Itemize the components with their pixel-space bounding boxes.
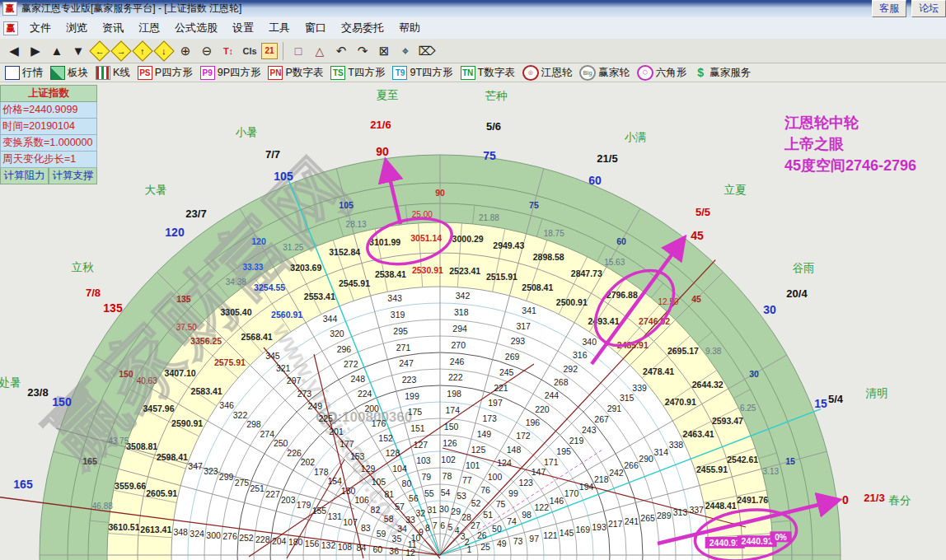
box-x-icon[interactable]: ⊠	[374, 41, 394, 61]
svg-text:27: 27	[471, 520, 480, 530]
toolbar-item-9p-square[interactable]: P99P四方形	[200, 66, 261, 80]
svg-text:121: 121	[543, 530, 558, 540]
svg-text:35: 35	[392, 534, 402, 544]
views-toolbar: 行情板块K线PSP四方形P99P四方形PNP数字表TST四方形T99T四方形TN…	[0, 63, 946, 82]
svg-text:321: 321	[276, 363, 291, 373]
svg-text:2542.61: 2542.61	[727, 455, 758, 464]
nav-down-icon[interactable]: ▼	[68, 41, 88, 61]
toolbar-item-kline[interactable]: K线	[96, 66, 130, 80]
svg-text:2500.91: 2500.91	[556, 297, 588, 307]
cls-icon[interactable]: Cls	[240, 41, 260, 61]
svg-text:243: 243	[582, 425, 597, 435]
svg-text:2440.91: 2440.91	[742, 536, 773, 546]
diamond-left-icon[interactable]: ←	[90, 41, 110, 61]
svg-text:23/8: 23/8	[27, 386, 48, 399]
rotate-cw-icon[interactable]: ↷	[353, 41, 372, 61]
titlebar-button-service[interactable]: 客服	[872, 0, 906, 17]
rotate-ccw-icon[interactable]: ↶	[331, 41, 351, 61]
toolbar-item-9t-square[interactable]: T99T四方形	[392, 66, 452, 80]
calc-support-button[interactable]: 计算支撑	[49, 168, 97, 184]
toolbar-item-quotes[interactable]: 行情	[5, 66, 43, 80]
9p-square-icon: P9	[200, 66, 215, 80]
zoom-in-icon[interactable]: ⊕	[176, 41, 195, 61]
toolbar-item-sectors[interactable]: 板块	[50, 66, 88, 80]
svg-text:221: 221	[494, 383, 508, 393]
svg-text:154: 154	[327, 476, 342, 486]
diamond-down-icon[interactable]: ↓	[154, 41, 174, 61]
svg-text:清明: 清明	[866, 387, 888, 399]
svg-text:299: 299	[219, 472, 234, 482]
svg-text:99: 99	[508, 488, 518, 498]
svg-text:31.25: 31.25	[283, 243, 303, 252]
svg-text:50: 50	[492, 524, 502, 534]
toolbar-item-winner-service[interactable]: $赢家服务	[694, 66, 751, 80]
svg-text:2478.41: 2478.41	[643, 366, 674, 376]
svg-text:127: 127	[414, 440, 429, 450]
toolbar-item-t-table[interactable]: TNT数字表	[461, 66, 515, 80]
square-tool-icon[interactable]: □	[288, 41, 308, 61]
svg-text:小暑: 小暑	[236, 126, 258, 138]
toolbar-item-p-table[interactable]: PNP数字表	[268, 66, 323, 80]
gann-wheel-label: 江恩轮	[541, 66, 573, 80]
svg-text:275: 275	[235, 478, 250, 488]
svg-text:处暑: 处暑	[0, 376, 21, 389]
p-square-icon: PS	[138, 66, 152, 80]
svg-text:2644.32: 2644.32	[692, 380, 724, 390]
t-square-label: T四方形	[348, 66, 385, 80]
nav-left-icon[interactable]: ◀	[4, 41, 24, 61]
menu-公式选股[interactable]: 公式选股	[167, 19, 225, 37]
calendar-icon[interactable]: 21	[261, 43, 278, 59]
svg-text:74: 74	[507, 516, 517, 526]
kline-icon	[96, 66, 110, 80]
diamond-right-icon[interactable]: →	[111, 41, 131, 61]
menu-交易委托[interactable]: 交易委托	[334, 19, 391, 37]
titlebar-button-forum[interactable]: 论坛	[911, 0, 946, 17]
menu-资讯[interactable]: 资讯	[95, 19, 131, 37]
triangle-tool-icon[interactable]: △	[310, 41, 330, 61]
svg-text:268: 268	[554, 377, 569, 387]
toolbar-item-winner-wheel[interactable]: Big赢家轮	[579, 65, 630, 81]
nav-up-icon[interactable]: ▲	[47, 41, 67, 61]
svg-text:29: 29	[451, 506, 461, 516]
svg-text:5/4: 5/4	[828, 393, 844, 405]
winner-service-icon: $	[694, 67, 707, 79]
svg-text:291: 291	[607, 404, 622, 413]
toolbar-item-p-square[interactable]: PSP四方形	[138, 66, 193, 80]
zoom-out-icon[interactable]: ⊖	[197, 41, 217, 61]
svg-text:43.75: 43.75	[108, 436, 129, 446]
svg-text:150: 150	[52, 395, 72, 408]
menu-浏览[interactable]: 浏览	[59, 19, 95, 37]
svg-text:273: 273	[297, 389, 312, 399]
toolbar-item-t-square[interactable]: TST四方形	[330, 66, 385, 80]
svg-text:90: 90	[376, 145, 389, 158]
nav-right-icon[interactable]: ▶	[26, 41, 45, 61]
svg-text:21/6: 21/6	[370, 119, 391, 131]
center-target-icon[interactable]: ⌖	[396, 41, 415, 61]
svg-text:53: 53	[457, 491, 466, 501]
menu-文件[interactable]: 文件	[22, 19, 59, 37]
svg-text:26: 26	[477, 530, 487, 540]
svg-text:2593.47: 2593.47	[712, 416, 743, 426]
svg-text:0: 0	[842, 493, 849, 506]
svg-text:51: 51	[483, 510, 493, 520]
t-table-icon: TN	[461, 66, 475, 80]
diamond-up-icon[interactable]: ↑	[133, 41, 152, 61]
svg-text:131: 131	[327, 511, 342, 521]
eraser-icon[interactable]: ⌦	[417, 41, 437, 61]
t-scale-icon[interactable]: T↕	[218, 41, 238, 61]
menu-设置[interactable]: 设置	[225, 19, 261, 37]
svg-text:270: 270	[452, 340, 466, 350]
menu-窗口[interactable]: 窗口	[297, 19, 334, 37]
calc-resistance-button[interactable]: 计算阻力	[0, 168, 49, 184]
svg-text:3457.96: 3457.96	[143, 404, 175, 413]
svg-text:202: 202	[301, 457, 316, 467]
menu-江恩[interactable]: 江恩	[131, 19, 167, 37]
toolbar-item-gann-wheel[interactable]: ◎江恩轮	[522, 65, 573, 81]
svg-text:347: 347	[188, 461, 203, 471]
p-table-label: P数字表	[285, 66, 323, 80]
toolbar-item-hexagon[interactable]: ⬡六角形	[637, 65, 687, 81]
svg-text:105: 105	[274, 170, 293, 183]
menu-帮助[interactable]: 帮助	[391, 19, 428, 37]
menu-工具[interactable]: 工具	[261, 19, 297, 37]
svg-text:5: 5	[447, 522, 452, 532]
